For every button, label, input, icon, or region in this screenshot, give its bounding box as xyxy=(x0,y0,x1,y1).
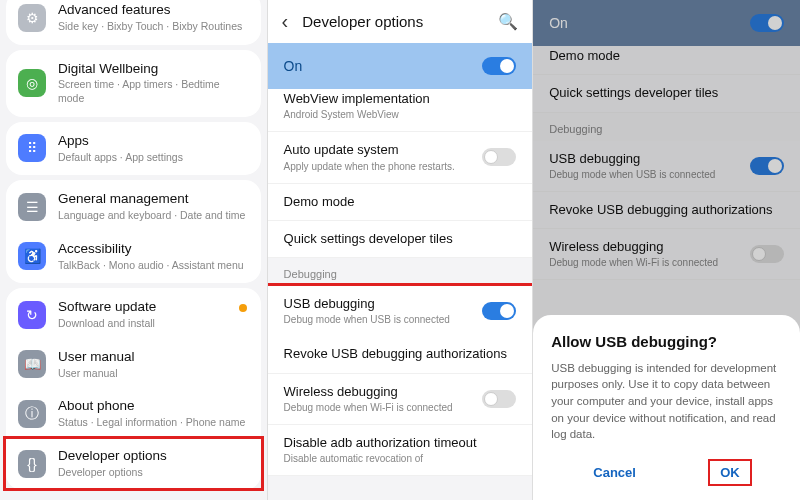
toggle[interactable] xyxy=(482,302,516,320)
item-subtitle: User manual xyxy=(58,367,249,381)
item-title: Auto update system xyxy=(284,142,483,158)
item-title: Software update xyxy=(58,299,249,316)
section-debugging: Debugging xyxy=(268,258,533,286)
item-text: About phone Status · Legal information ·… xyxy=(58,398,249,430)
item-subtitle: Debug mode when USB is connected xyxy=(284,313,483,326)
item-title: Apps xyxy=(58,133,249,150)
list-item[interactable]: USB debuggingDebug mode when USB is conn… xyxy=(267,283,534,339)
item-text: General management Language and keyboard… xyxy=(58,191,249,223)
settings-card: ⚙ Advanced features Side key · Bixby Tou… xyxy=(6,0,261,45)
settings-card: ⠿ Apps Default apps · App settings xyxy=(6,122,261,176)
item-subtitle: Download and install xyxy=(58,317,249,331)
item-icon: ↻ xyxy=(18,301,46,329)
item-icon: 📖 xyxy=(18,350,46,378)
item-icon: ☰ xyxy=(18,193,46,221)
item-subtitle: TalkBack · Mono audio · Assistant menu xyxy=(58,259,249,273)
cancel-button[interactable]: Cancel xyxy=(581,459,648,486)
item-title: Quick settings developer tiles xyxy=(284,231,517,247)
item-subtitle: Android System WebView xyxy=(284,108,517,121)
list-item[interactable]: Demo mode xyxy=(268,184,533,221)
item-text: Digital Wellbeing Screen time · App time… xyxy=(58,61,249,106)
settings-card: ☰ General management Language and keyboa… xyxy=(6,180,261,283)
settings-item[interactable]: ⓘ About phone Status · Legal information… xyxy=(6,389,261,439)
list-item[interactable]: WebView implementationAndroid System Web… xyxy=(268,89,533,132)
master-toggle[interactable] xyxy=(482,57,516,75)
settings-item[interactable]: ♿ Accessibility TalkBack · Mono audio · … xyxy=(6,232,261,282)
dialog-title: Allow USB debugging? xyxy=(551,333,782,350)
item-text: Software update Download and install xyxy=(58,299,249,331)
list-item[interactable]: Revoke USB debugging authorizations xyxy=(268,336,533,373)
item-title: User manual xyxy=(58,349,249,366)
toggle[interactable] xyxy=(482,148,516,166)
item-subtitle: Disable automatic revocation of xyxy=(284,452,517,465)
header: ‹ Developer options 🔍 xyxy=(268,0,533,43)
item-title: Disable adb authorization timeout xyxy=(284,435,517,451)
item-subtitle: Screen time · App timers · Bedtime mode xyxy=(58,78,249,105)
item-title: Revoke USB debugging authorizations xyxy=(284,346,517,362)
developer-options-panel: ‹ Developer options 🔍 On WebView impleme… xyxy=(267,0,534,500)
list-item[interactable]: Quick settings developer tiles xyxy=(268,221,533,258)
usb-debugging-dialog: Allow USB debugging? USB debugging is in… xyxy=(533,315,800,500)
master-toggle-bar[interactable]: On xyxy=(268,43,533,89)
item-subtitle: Status · Legal information · Phone name xyxy=(58,416,249,430)
item-title: USB debugging xyxy=(284,296,483,312)
item-text: Apps Default apps · App settings xyxy=(58,133,249,165)
item-subtitle: Developer options xyxy=(58,466,249,480)
item-title: Demo mode xyxy=(284,194,517,210)
item-title: Digital Wellbeing xyxy=(58,61,249,78)
toggle[interactable] xyxy=(482,390,516,408)
item-title: Advanced features xyxy=(58,2,249,19)
item-title: General management xyxy=(58,191,249,208)
settings-item[interactable]: ☰ General management Language and keyboa… xyxy=(6,182,261,232)
dialog-buttons: Cancel OK xyxy=(551,459,782,486)
settings-item[interactable]: ◎ Digital Wellbeing Screen time · App ti… xyxy=(6,52,261,115)
item-title: Developer options xyxy=(58,448,249,465)
item-icon: ⓘ xyxy=(18,400,46,428)
dialog-panel: On Demo mode Quick settings developer ti… xyxy=(533,0,800,500)
item-subtitle: Apply update when the phone restarts. xyxy=(284,160,483,173)
item-icon: ⚙ xyxy=(18,4,46,32)
notification-badge xyxy=(239,304,247,312)
item-icon: ◎ xyxy=(18,69,46,97)
item-title: Accessibility xyxy=(58,241,249,258)
list-item[interactable]: Disable adb authorization timeoutDisable… xyxy=(268,425,533,476)
item-title: About phone xyxy=(58,398,249,415)
ok-button[interactable]: OK xyxy=(708,459,752,486)
item-subtitle: Default apps · App settings xyxy=(58,151,249,165)
list-item[interactable]: Wireless debuggingDebug mode when Wi-Fi … xyxy=(268,374,533,425)
item-icon: ⠿ xyxy=(18,134,46,162)
item-icon: {} xyxy=(18,450,46,478)
settings-panel: ⚙ Advanced features Side key · Bixby Tou… xyxy=(0,0,267,500)
settings-card: ↻ Software update Download and install 📖… xyxy=(6,288,261,490)
settings-item[interactable]: ⠿ Apps Default apps · App settings xyxy=(6,124,261,174)
dialog-body: USB debugging is intended for developmen… xyxy=(551,360,782,443)
item-subtitle: Side key · Bixby Touch · Bixby Routines xyxy=(58,20,249,34)
item-title: Wireless debugging xyxy=(284,384,483,400)
item-subtitle: Language and keyboard · Date and time xyxy=(58,209,249,223)
item-text: User manual User manual xyxy=(58,349,249,381)
item-title: WebView implementation xyxy=(284,91,517,107)
settings-card: ◎ Digital Wellbeing Screen time · App ti… xyxy=(6,50,261,117)
back-icon[interactable]: ‹ xyxy=(282,10,289,33)
list-item[interactable]: Auto update systemApply update when the … xyxy=(268,132,533,183)
search-icon[interactable]: 🔍 xyxy=(498,12,518,31)
item-text: Developer options Developer options xyxy=(58,448,249,480)
settings-item[interactable]: {} Developer options Developer options xyxy=(3,436,264,492)
settings-item[interactable]: 📖 User manual User manual xyxy=(6,340,261,390)
page-title: Developer options xyxy=(302,13,498,30)
settings-item[interactable]: ↻ Software update Download and install xyxy=(6,290,261,340)
on-label: On xyxy=(284,58,303,74)
item-subtitle: Debug mode when Wi-Fi is connected xyxy=(284,401,483,414)
item-text: Advanced features Side key · Bixby Touch… xyxy=(58,2,249,34)
item-icon: ♿ xyxy=(18,242,46,270)
item-text: Accessibility TalkBack · Mono audio · As… xyxy=(58,241,249,273)
settings-item[interactable]: ⚙ Advanced features Side key · Bixby Tou… xyxy=(6,0,261,43)
